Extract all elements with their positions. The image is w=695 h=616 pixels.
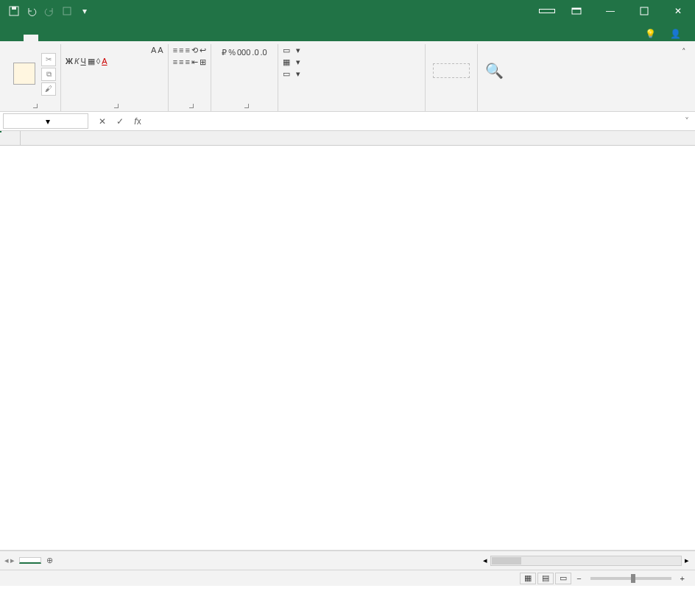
- column-headers[interactable]: [21, 131, 695, 146]
- dialog-launcher-icon[interactable]: [33, 104, 38, 108]
- minimize-button[interactable]: —: [593, 0, 627, 22]
- format-painter-icon[interactable]: 🖌: [41, 82, 56, 96]
- conditional-formatting-icon: ▭: [283, 46, 290, 55]
- cancel-formula-icon[interactable]: ✕: [94, 116, 110, 127]
- undo-icon[interactable]: [24, 3, 40, 19]
- conditional-formatting-button[interactable]: ▭ ▾: [283, 46, 300, 55]
- page-layout-view-icon[interactable]: ▤: [537, 573, 554, 584]
- tab-help[interactable]: [127, 35, 141, 41]
- group-styles: ▭ ▾ ▦ ▾ ▭ ▾: [278, 44, 426, 111]
- svg-rect-2: [63, 7, 71, 15]
- dialog-launcher-icon[interactable]: [244, 104, 249, 108]
- wrap-text-icon[interactable]: ↩: [200, 46, 206, 55]
- tell-me[interactable]: 💡: [641, 26, 663, 41]
- increase-font-icon[interactable]: A: [151, 46, 156, 54]
- hscroll-left-icon[interactable]: ◂: [483, 556, 487, 565]
- signin-button[interactable]: [539, 9, 555, 13]
- select-all-triangle[interactable]: [0, 131, 21, 146]
- name-box[interactable]: ▾: [3, 113, 88, 129]
- font-color-button[interactable]: А: [102, 57, 107, 66]
- decrease-indent-icon[interactable]: ⇤: [191, 57, 198, 67]
- spreadsheet-grid[interactable]: [0, 131, 695, 550]
- zoom-slider[interactable]: [590, 577, 671, 580]
- share-button[interactable]: 👤: [666, 26, 688, 41]
- copy-icon[interactable]: ⧉: [41, 68, 56, 81]
- zoom-out-icon[interactable]: −: [572, 574, 585, 583]
- align-top-icon[interactable]: ≡: [173, 46, 177, 55]
- accounting-icon[interactable]: ₽: [222, 48, 227, 57]
- cells-button[interactable]: [430, 62, 473, 91]
- font-name-dropdown[interactable]: [66, 46, 126, 54]
- normal-view-icon[interactable]: ▦: [520, 573, 536, 584]
- dialog-launcher-icon[interactable]: [189, 104, 194, 108]
- bulb-icon: 💡: [645, 29, 656, 39]
- merge-icon[interactable]: ⊞: [200, 57, 206, 67]
- hscroll-right-icon[interactable]: ▸: [685, 556, 689, 565]
- group-font: A A Ж К Ч ▦ ◊ А: [61, 44, 169, 111]
- tab-data[interactable]: [82, 35, 97, 41]
- hscroll-thumb[interactable]: [492, 557, 521, 564]
- svg-rect-5: [641, 7, 648, 15]
- collapse-ribbon-icon[interactable]: ˄: [679, 44, 689, 111]
- cut-icon[interactable]: ✂: [41, 53, 56, 66]
- sheet-tab[interactable]: [19, 557, 41, 564]
- border-button[interactable]: ▦: [88, 57, 95, 66]
- align-left-icon[interactable]: ≡: [173, 57, 177, 67]
- zoom-knob[interactable]: [631, 574, 635, 583]
- ribbon-tabs: 💡 👤: [0, 22, 695, 41]
- increase-decimal-icon[interactable]: .0: [252, 48, 258, 57]
- group-clipboard: ✂ ⧉ 🖌: [6, 44, 61, 111]
- comma-icon[interactable]: 000: [237, 48, 250, 57]
- dialog-launcher-icon[interactable]: [114, 104, 119, 108]
- font-size-dropdown[interactable]: [127, 46, 149, 54]
- fill-color-button[interactable]: ◊: [96, 57, 100, 66]
- tab-insert[interactable]: [38, 35, 53, 41]
- cells-icon: [433, 63, 470, 78]
- italic-button[interactable]: К: [74, 57, 79, 66]
- expand-formula-bar-icon[interactable]: ˅: [679, 116, 695, 127]
- touch-mode-icon[interactable]: [59, 3, 75, 19]
- format-as-table-button[interactable]: ▦ ▾: [283, 57, 300, 67]
- sheet-nav-next-icon[interactable]: ▸: [10, 556, 15, 565]
- bold-button[interactable]: Ж: [66, 57, 73, 66]
- table-icon: ▦: [283, 57, 290, 67]
- new-sheet-icon[interactable]: ⊕: [41, 556, 57, 565]
- tab-view[interactable]: [112, 35, 127, 41]
- enter-formula-icon[interactable]: ✓: [112, 116, 128, 127]
- align-bottom-icon[interactable]: ≡: [186, 46, 190, 55]
- tab-home[interactable]: [24, 35, 38, 41]
- paste-button[interactable]: [10, 61, 38, 88]
- group-alignment: ≡ ≡ ≡ ⟲ ↩ ≡ ≡ ≡ ⇤ ⊞: [169, 44, 211, 111]
- decrease-font-icon[interactable]: A: [158, 46, 163, 54]
- tab-review[interactable]: [97, 35, 112, 41]
- tab-file[interactable]: [9, 35, 24, 41]
- cell-styles-button[interactable]: ▭ ▾: [283, 69, 300, 79]
- editing-button[interactable]: 🔍: [482, 60, 507, 93]
- sheet-nav-prev-icon[interactable]: ◂: [4, 556, 9, 565]
- align-middle-icon[interactable]: ≡: [179, 46, 183, 55]
- qat-dropdown-icon[interactable]: ▾: [77, 3, 93, 19]
- orientation-icon[interactable]: ⟲: [191, 46, 198, 55]
- save-icon[interactable]: [6, 3, 22, 19]
- maximize-button[interactable]: [627, 0, 661, 22]
- tab-formulas[interactable]: [68, 35, 82, 41]
- percent-icon[interactable]: %: [228, 48, 236, 57]
- chevron-down-icon[interactable]: ▾: [46, 116, 85, 127]
- tab-page-layout[interactable]: [53, 35, 68, 41]
- redo-icon[interactable]: [41, 3, 57, 19]
- hscroll-track[interactable]: [490, 556, 682, 566]
- group-cells: [426, 44, 478, 111]
- svg-rect-1: [12, 7, 16, 10]
- page-break-view-icon[interactable]: ▭: [555, 573, 571, 584]
- fx-icon[interactable]: fx: [130, 116, 146, 127]
- group-editing: 🔍: [478, 44, 511, 111]
- ribbon-options-icon[interactable]: [560, 0, 593, 22]
- decrease-decimal-icon[interactable]: .0: [261, 48, 267, 57]
- underline-button[interactable]: Ч: [80, 57, 85, 66]
- align-center-icon[interactable]: ≡: [179, 57, 183, 67]
- close-button[interactable]: ✕: [661, 0, 695, 22]
- zoom-in-icon[interactable]: +: [676, 574, 689, 583]
- status-bar: ▦ ▤ ▭ − +: [0, 570, 695, 586]
- quick-access-toolbar: ▾: [0, 3, 93, 19]
- align-right-icon[interactable]: ≡: [186, 57, 190, 67]
